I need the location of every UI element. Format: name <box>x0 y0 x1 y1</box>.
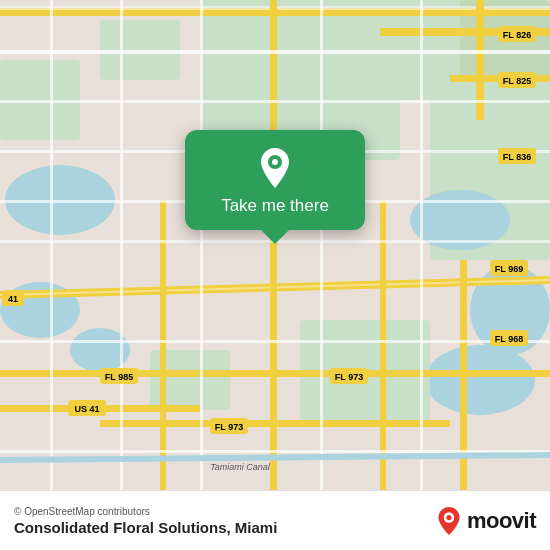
location-pin-icon <box>255 148 295 188</box>
bottom-info: © OpenStreetMap contributors Consolidate… <box>14 506 277 536</box>
svg-text:Tamiami Canal: Tamiami Canal <box>210 462 271 472</box>
svg-rect-36 <box>0 450 550 453</box>
svg-rect-27 <box>160 200 166 490</box>
copyright-text: © OpenStreetMap contributors <box>14 506 277 517</box>
place-name: Consolidated Floral Solutions, Miami <box>14 519 277 536</box>
svg-rect-31 <box>0 100 550 103</box>
svg-text:FL 826: FL 826 <box>503 30 531 40</box>
svg-rect-26 <box>270 0 277 490</box>
svg-text:FL 973: FL 973 <box>215 422 243 432</box>
svg-text:FL 969: FL 969 <box>495 264 523 274</box>
svg-rect-35 <box>0 340 550 343</box>
svg-text:FL 836: FL 836 <box>503 152 531 162</box>
svg-text:41: 41 <box>8 294 18 304</box>
svg-text:FL 825: FL 825 <box>503 76 531 86</box>
svg-point-67 <box>446 514 451 519</box>
svg-rect-38 <box>120 0 123 490</box>
svg-rect-41 <box>420 0 423 490</box>
svg-rect-39 <box>200 0 203 490</box>
moovit-pin-icon <box>435 507 463 535</box>
svg-text:FL 985: FL 985 <box>105 372 133 382</box>
svg-rect-40 <box>320 0 323 490</box>
svg-text:FL 968: FL 968 <box>495 334 523 344</box>
popup-label: Take me there <box>221 196 329 216</box>
svg-point-12 <box>425 345 535 415</box>
bottom-bar: © OpenStreetMap contributors Consolidate… <box>0 490 550 550</box>
moovit-logo: moovit <box>435 507 536 535</box>
moovit-brand-text: moovit <box>467 508 536 534</box>
svg-text:US 41: US 41 <box>74 404 99 414</box>
svg-text:FL 973: FL 973 <box>335 372 363 382</box>
svg-rect-37 <box>50 0 53 490</box>
take-me-there-popup[interactable]: Take me there <box>185 130 365 230</box>
svg-rect-30 <box>0 50 550 54</box>
svg-point-65 <box>272 159 278 165</box>
map-view: FL 826 FL 825 FL 836 FL 969 FL 968 FL 97… <box>0 0 550 490</box>
svg-rect-28 <box>380 200 386 490</box>
